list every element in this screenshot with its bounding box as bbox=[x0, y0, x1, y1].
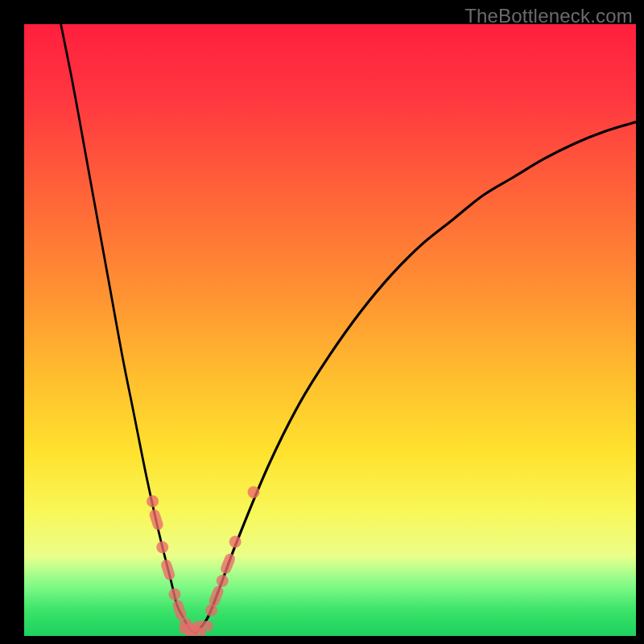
data-marker bbox=[219, 552, 237, 576]
plot-area bbox=[24, 24, 636, 636]
data-marker bbox=[217, 575, 229, 587]
curve-layer bbox=[24, 24, 636, 636]
chart-frame: TheBottleneck.com bbox=[0, 0, 644, 644]
data-marker bbox=[192, 621, 213, 631]
data-marker bbox=[229, 535, 242, 547]
marker-group bbox=[147, 486, 259, 636]
data-marker bbox=[148, 508, 164, 531]
data-marker bbox=[168, 588, 180, 601]
data-marker bbox=[147, 495, 159, 507]
curve-right-branch bbox=[196, 122, 636, 634]
data-marker bbox=[248, 486, 260, 498]
data-marker bbox=[159, 559, 175, 582]
data-marker bbox=[156, 541, 168, 553]
curve-left-branch bbox=[61, 24, 196, 634]
